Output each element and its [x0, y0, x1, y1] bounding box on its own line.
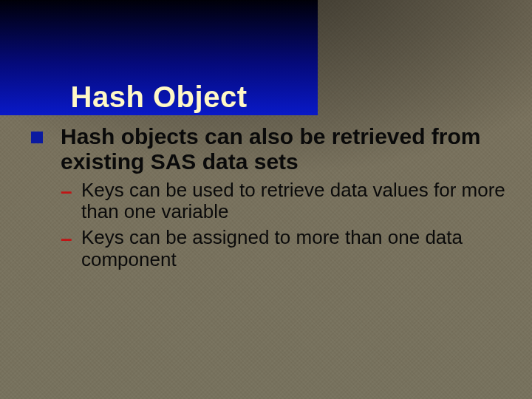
bullet-text: Hash objects can also be retrieved from … — [61, 124, 481, 174]
slide-content: Hash objects can also be retrieved from … — [31, 124, 511, 270]
square-bullet-icon — [31, 132, 43, 143]
bullet-level2: – Keys can be assigned to more than one … — [61, 227, 511, 270]
title-box: Hash Object — [0, 0, 318, 115]
subbullet-text: Keys can be assigned to more than one da… — [81, 226, 463, 270]
subbullet-text: Keys can be used to retrieve data values… — [81, 179, 505, 222]
slide-title: Hash Object — [71, 81, 248, 112]
dash-bullet-icon: – — [61, 180, 72, 202]
slide: Hash Object Hash objects can also be ret… — [0, 0, 532, 399]
dash-bullet-icon: – — [61, 227, 72, 250]
bullet-level2: – Keys can be used to retrieve data valu… — [61, 180, 511, 222]
bullet-level1: Hash objects can also be retrieved from … — [31, 124, 511, 174]
